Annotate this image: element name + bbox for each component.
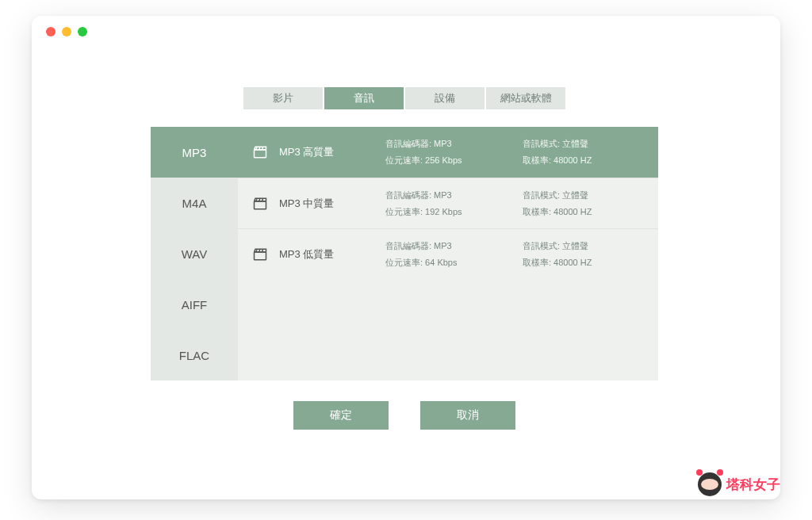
spec-mode: 音訊模式: 立體聲	[523, 240, 644, 252]
spec-samplerate: 取樣率: 48000 HZ	[523, 206, 644, 218]
watermark-text: 塔科女子	[726, 476, 780, 494]
tab-video[interactable]: 影片	[243, 87, 323, 109]
spec-samplerate: 取樣率: 48000 HZ	[523, 257, 644, 269]
spec-samplerate: 取樣率: 48000 HZ	[523, 155, 644, 166]
svg-rect-0	[255, 150, 266, 158]
quality-row-high[interactable]: MP3 高質量 音訊編碼器: MP3 音訊模式: 立體聲 位元速率: 256 K…	[238, 127, 658, 178]
format-mp3[interactable]: MP3	[151, 127, 238, 178]
clapperboard-icon	[252, 197, 268, 211]
quality-row-medium[interactable]: MP3 中質量 音訊編碼器: MP3 音訊模式: 立體聲 位元速率: 192 K…	[238, 178, 658, 228]
app-window: 影片 音訊 設備 網站或軟體 MP3 M4A WAV AIFF FLAC MP3…	[32, 16, 780, 499]
spec-bitrate: 位元速率: 256 Kbps	[385, 155, 507, 166]
clapperboard-icon	[252, 145, 268, 159]
tab-web[interactable]: 網站或軟體	[486, 87, 565, 109]
confirm-button[interactable]: 確定	[293, 401, 389, 430]
quality-specs: 音訊編碼器: MP3 音訊模式: 立體聲 位元速率: 256 Kbps 取樣率:…	[385, 138, 644, 166]
spec-mode: 音訊模式: 立體聲	[523, 138, 644, 150]
format-content: MP3 M4A WAV AIFF FLAC MP3 高質量 音訊編碼器: MP3…	[151, 127, 658, 380]
category-tabs: 影片 音訊 設備 網站或軟體	[151, 87, 658, 109]
quality-list: MP3 高質量 音訊編碼器: MP3 音訊模式: 立體聲 位元速率: 256 K…	[238, 127, 658, 380]
action-buttons: 確定 取消	[151, 401, 658, 430]
minimize-icon[interactable]	[62, 27, 71, 36]
close-icon[interactable]	[46, 27, 56, 36]
quality-row-low[interactable]: MP3 低質量 音訊編碼器: MP3 音訊模式: 立體聲 位元速率: 64 Kb…	[238, 228, 658, 279]
format-sidebar: MP3 M4A WAV AIFF FLAC	[151, 127, 238, 380]
format-flac[interactable]: FLAC	[151, 330, 238, 380]
spec-mode: 音訊模式: 立體聲	[523, 189, 644, 201]
svg-rect-1	[255, 201, 266, 209]
tab-device[interactable]: 設備	[405, 87, 485, 109]
spec-bitrate: 位元速率: 64 Kbps	[385, 257, 507, 269]
spec-bitrate: 位元速率: 192 Kbps	[385, 206, 507, 218]
svg-rect-2	[255, 252, 266, 260]
quality-name: MP3 中質量	[279, 197, 374, 211]
spec-codec: 音訊編碼器: MP3	[385, 189, 507, 201]
watermark-avatar-icon	[698, 472, 722, 496]
quality-name: MP3 低質量	[279, 247, 374, 262]
watermark: 塔科女子	[698, 472, 780, 496]
quality-specs: 音訊編碼器: MP3 音訊模式: 立體聲 位元速率: 64 Kbps 取樣率: …	[385, 240, 644, 269]
cancel-button[interactable]: 取消	[420, 401, 515, 430]
format-wav[interactable]: WAV	[151, 228, 238, 279]
settings-panel: 影片 音訊 設備 網站或軟體 MP3 M4A WAV AIFF FLAC MP3…	[151, 87, 658, 430]
titlebar	[32, 16, 780, 48]
quality-specs: 音訊編碼器: MP3 音訊模式: 立體聲 位元速率: 192 Kbps 取樣率:…	[385, 189, 644, 218]
tab-audio[interactable]: 音訊	[324, 87, 404, 109]
spec-codec: 音訊編碼器: MP3	[385, 240, 507, 252]
quality-name: MP3 高質量	[279, 145, 374, 159]
format-m4a[interactable]: M4A	[151, 178, 238, 228]
clapperboard-icon	[252, 247, 268, 262]
fullscreen-icon[interactable]	[78, 27, 87, 36]
spec-codec: 音訊編碼器: MP3	[385, 138, 507, 150]
format-aiff[interactable]: AIFF	[151, 279, 238, 330]
